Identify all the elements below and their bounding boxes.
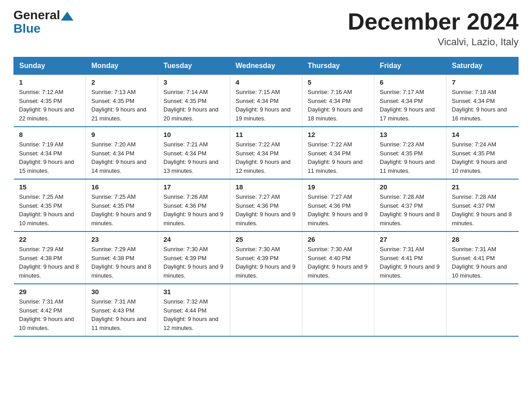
title-block: December 2024 Vicalvi, Lazio, Italy (348, 9, 519, 48)
day-number: 16 (91, 183, 152, 191)
day-info: Sunrise: 7:31 AMSunset: 4:41 PMDaylight:… (452, 245, 513, 280)
calendar-cell: 2Sunrise: 7:13 AMSunset: 4:35 PMDaylight… (86, 75, 158, 127)
day-info: Sunrise: 7:31 AMSunset: 4:42 PMDaylight:… (19, 297, 81, 332)
day-number: 14 (452, 131, 513, 138)
header-friday: Friday (374, 57, 446, 75)
day-number: 10 (163, 131, 224, 138)
calendar-week-row: 8Sunrise: 7:19 AMSunset: 4:34 PMDaylight… (14, 127, 519, 179)
calendar-cell: 5Sunrise: 7:16 AMSunset: 4:34 PMDaylight… (302, 75, 374, 127)
day-number: 24 (163, 235, 224, 243)
day-info: Sunrise: 7:22 AMSunset: 4:34 PMDaylight:… (308, 140, 369, 175)
day-info: Sunrise: 7:27 AMSunset: 4:36 PMDaylight:… (236, 193, 296, 227)
day-number: 9 (91, 131, 152, 138)
day-info: Sunrise: 7:17 AMSunset: 4:34 PMDaylight:… (380, 88, 441, 123)
day-info: Sunrise: 7:29 AMSunset: 4:38 PMDaylight:… (91, 245, 152, 280)
calendar-cell: 22Sunrise: 7:29 AMSunset: 4:38 PMDayligh… (14, 231, 86, 284)
day-info: Sunrise: 7:30 AMSunset: 4:40 PMDaylight:… (308, 245, 369, 280)
day-info: Sunrise: 7:25 AMSunset: 4:35 PMDaylight:… (91, 193, 152, 227)
calendar-cell: 29Sunrise: 7:31 AMSunset: 4:42 PMDayligh… (14, 284, 86, 336)
day-info: Sunrise: 7:28 AMSunset: 4:37 PMDaylight:… (380, 193, 441, 227)
calendar-cell: 31Sunrise: 7:32 AMSunset: 4:44 PMDayligh… (158, 284, 230, 336)
day-number: 12 (308, 131, 369, 138)
day-number: 13 (380, 131, 441, 138)
header-monday: Monday (86, 57, 158, 75)
calendar-cell: 21Sunrise: 7:28 AMSunset: 4:37 PMDayligh… (446, 179, 519, 231)
day-number: 6 (380, 78, 441, 86)
day-info: Sunrise: 7:29 AMSunset: 4:38 PMDaylight:… (19, 245, 81, 280)
calendar-cell: 11Sunrise: 7:22 AMSunset: 4:34 PMDayligh… (230, 127, 302, 179)
day-info: Sunrise: 7:18 AMSunset: 4:34 PMDaylight:… (452, 88, 513, 123)
calendar-cell: 27Sunrise: 7:31 AMSunset: 4:41 PMDayligh… (374, 231, 446, 284)
day-info: Sunrise: 7:16 AMSunset: 4:34 PMDaylight:… (308, 88, 369, 123)
calendar-cell: 24Sunrise: 7:30 AMSunset: 4:39 PMDayligh… (158, 231, 230, 284)
calendar-cell: 25Sunrise: 7:30 AMSunset: 4:39 PMDayligh… (230, 231, 302, 284)
month-title: December 2024 (348, 9, 519, 34)
calendar-header-row: SundayMondayTuesdayWednesdayThursdayFrid… (14, 57, 519, 75)
calendar-week-row: 1Sunrise: 7:12 AMSunset: 4:35 PMDaylight… (14, 75, 519, 127)
day-number: 21 (452, 183, 513, 191)
calendar-cell: 1Sunrise: 7:12 AMSunset: 4:35 PMDaylight… (14, 75, 86, 127)
day-number: 3 (163, 78, 224, 86)
day-number: 31 (163, 288, 224, 295)
day-info: Sunrise: 7:32 AMSunset: 4:44 PMDaylight:… (163, 297, 224, 332)
day-info: Sunrise: 7:14 AMSunset: 4:35 PMDaylight:… (163, 88, 224, 123)
day-number: 11 (236, 131, 296, 138)
day-info: Sunrise: 7:30 AMSunset: 4:39 PMDaylight:… (163, 245, 224, 280)
day-number: 4 (236, 78, 296, 86)
calendar-cell: 26Sunrise: 7:30 AMSunset: 4:40 PMDayligh… (302, 231, 374, 284)
calendar-cell: 3Sunrise: 7:14 AMSunset: 4:35 PMDaylight… (158, 75, 230, 127)
calendar-week-row: 29Sunrise: 7:31 AMSunset: 4:42 PMDayligh… (14, 284, 519, 336)
header-tuesday: Tuesday (158, 57, 230, 75)
calendar-week-row: 22Sunrise: 7:29 AMSunset: 4:38 PMDayligh… (14, 231, 519, 284)
header-wednesday: Wednesday (230, 57, 302, 75)
logo: General Blue (13, 9, 74, 36)
calendar-cell: 20Sunrise: 7:28 AMSunset: 4:37 PMDayligh… (374, 179, 446, 231)
day-number: 1 (19, 78, 81, 86)
calendar-week-row: 15Sunrise: 7:25 AMSunset: 4:35 PMDayligh… (14, 179, 519, 231)
day-info: Sunrise: 7:12 AMSunset: 4:35 PMDaylight:… (19, 88, 81, 123)
day-info: Sunrise: 7:31 AMSunset: 4:43 PMDaylight:… (91, 297, 152, 332)
day-info: Sunrise: 7:20 AMSunset: 4:34 PMDaylight:… (91, 140, 152, 175)
calendar-cell: 17Sunrise: 7:26 AMSunset: 4:36 PMDayligh… (158, 179, 230, 231)
day-number: 19 (308, 183, 369, 191)
day-number: 8 (19, 131, 81, 138)
day-number: 25 (236, 235, 296, 243)
day-info: Sunrise: 7:24 AMSunset: 4:35 PMDaylight:… (452, 140, 513, 175)
calendar-cell: 12Sunrise: 7:22 AMSunset: 4:34 PMDayligh… (302, 127, 374, 179)
day-number: 28 (452, 235, 513, 243)
day-info: Sunrise: 7:15 AMSunset: 4:34 PMDaylight:… (236, 88, 296, 123)
day-number: 26 (308, 235, 369, 243)
day-info: Sunrise: 7:28 AMSunset: 4:37 PMDaylight:… (452, 193, 513, 227)
page-header: General Blue December 2024 Vicalvi, Lazi… (13, 9, 519, 48)
calendar-cell: 30Sunrise: 7:31 AMSunset: 4:43 PMDayligh… (86, 284, 158, 336)
day-number: 2 (91, 78, 152, 86)
day-number: 17 (163, 183, 224, 191)
day-number: 23 (91, 235, 152, 243)
day-info: Sunrise: 7:26 AMSunset: 4:36 PMDaylight:… (163, 193, 224, 227)
day-info: Sunrise: 7:27 AMSunset: 4:36 PMDaylight:… (308, 193, 369, 227)
day-number: 30 (91, 288, 152, 295)
day-info: Sunrise: 7:31 AMSunset: 4:41 PMDaylight:… (380, 245, 441, 280)
calendar-cell: 28Sunrise: 7:31 AMSunset: 4:41 PMDayligh… (446, 231, 519, 284)
logo-general-text: General (13, 9, 60, 21)
calendar-cell: 23Sunrise: 7:29 AMSunset: 4:38 PMDayligh… (86, 231, 158, 284)
calendar-table: SundayMondayTuesdayWednesdayThursdayFrid… (13, 57, 519, 337)
calendar-cell: 13Sunrise: 7:23 AMSunset: 4:35 PMDayligh… (374, 127, 446, 179)
day-number: 15 (19, 183, 81, 191)
calendar-cell (374, 284, 446, 336)
day-number: 5 (308, 78, 369, 86)
calendar-cell (302, 284, 374, 336)
calendar-cell: 14Sunrise: 7:24 AMSunset: 4:35 PMDayligh… (446, 127, 519, 179)
header-sunday: Sunday (14, 57, 86, 75)
day-number: 7 (452, 78, 513, 86)
calendar-cell: 19Sunrise: 7:27 AMSunset: 4:36 PMDayligh… (302, 179, 374, 231)
day-number: 20 (380, 183, 441, 191)
calendar-cell: 6Sunrise: 7:17 AMSunset: 4:34 PMDaylight… (374, 75, 446, 127)
calendar-cell: 16Sunrise: 7:25 AMSunset: 4:35 PMDayligh… (86, 179, 158, 231)
day-info: Sunrise: 7:22 AMSunset: 4:34 PMDaylight:… (236, 140, 296, 175)
calendar-cell: 15Sunrise: 7:25 AMSunset: 4:35 PMDayligh… (14, 179, 86, 231)
calendar-cell: 7Sunrise: 7:18 AMSunset: 4:34 PMDaylight… (446, 75, 519, 127)
calendar-cell: 4Sunrise: 7:15 AMSunset: 4:34 PMDaylight… (230, 75, 302, 127)
header-thursday: Thursday (302, 57, 374, 75)
day-info: Sunrise: 7:23 AMSunset: 4:35 PMDaylight:… (380, 140, 441, 175)
